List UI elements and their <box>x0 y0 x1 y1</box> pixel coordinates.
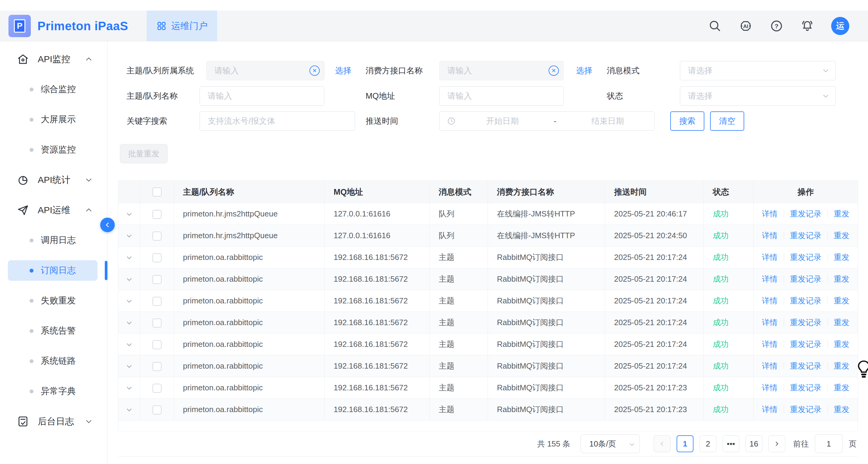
sidebar-item-big-screen[interactable]: 大屏展示 <box>0 104 107 135</box>
sidebar-item-system-link[interactable]: 系统链路 <box>0 346 107 376</box>
consumer-select-link[interactable]: 选择 <box>576 65 592 76</box>
batch-resend-button[interactable]: 批量重发 <box>120 144 167 163</box>
row-checkbox[interactable] <box>152 340 161 349</box>
row-expand-icon[interactable] <box>125 276 133 283</box>
resend-log-link[interactable]: 重发记录 <box>790 318 822 327</box>
user-avatar[interactable]: 运 <box>831 17 849 35</box>
detail-link[interactable]: 详情 <box>762 405 778 414</box>
row-checkbox[interactable] <box>152 405 161 414</box>
page-ellipsis[interactable]: ••• <box>722 435 739 452</box>
search-button[interactable]: 搜索 <box>670 112 704 131</box>
system-input[interactable] <box>206 61 324 80</box>
status-select[interactable]: 请选择 <box>680 86 836 106</box>
sidebar-item-api-monitor[interactable]: API监控 <box>0 44 107 74</box>
detail-link[interactable]: 详情 <box>762 296 778 305</box>
resend-link[interactable]: 重发 <box>834 274 849 283</box>
detail-link[interactable]: 详情 <box>762 274 778 283</box>
row-expand-icon[interactable] <box>125 254 133 262</box>
page-button-1[interactable]: 1 <box>677 435 693 452</box>
sidebar-item-resource-monitor[interactable]: 资源监控 <box>0 135 107 165</box>
sidebar-collapse-button[interactable] <box>100 218 115 232</box>
select-all-checkbox[interactable] <box>152 187 161 196</box>
resend-link[interactable]: 重发 <box>834 383 849 392</box>
clear-circle-icon[interactable]: ✕ <box>549 65 559 76</box>
system-select-link[interactable]: 选择 <box>335 65 351 76</box>
svg-text:?: ? <box>775 23 779 30</box>
resend-log-link[interactable]: 重发记录 <box>790 405 822 414</box>
resend-link[interactable]: 重发 <box>834 209 849 218</box>
sidebar-item-exception-dictionary[interactable]: 异常字典 <box>0 376 107 406</box>
resend-log-link[interactable]: 重发记录 <box>790 296 822 305</box>
page-size-select[interactable]: 10条/页 <box>581 434 640 453</box>
sidebar-item-subscription-log[interactable]: 订阅日志 <box>0 255 107 286</box>
page-button-2[interactable]: 2 <box>700 435 716 452</box>
start-date-placeholder[interactable]: 开始日期 <box>456 116 549 126</box>
clear-button[interactable]: 清空 <box>710 112 744 131</box>
row-checkbox[interactable] <box>152 210 161 219</box>
row-expand-icon[interactable] <box>125 384 133 392</box>
notification-bell-icon[interactable] <box>800 19 814 33</box>
detail-link[interactable]: 详情 <box>762 209 778 218</box>
ai-assistant-icon[interactable]: AI <box>739 19 753 33</box>
sidebar-item-backend-log[interactable]: 后台日志 <box>0 406 107 436</box>
cell-topic: primeton.oa.rabbittopic <box>174 355 324 377</box>
detail-link[interactable]: 详情 <box>762 361 778 370</box>
sidebar-item-api-statistics[interactable]: API统计 <box>0 165 107 195</box>
resend-log-link[interactable]: 重发记录 <box>790 253 822 262</box>
row-checkbox[interactable] <box>152 362 161 371</box>
detail-link[interactable]: 详情 <box>762 231 778 240</box>
resend-link[interactable]: 重发 <box>834 253 849 262</box>
resend-log-link[interactable]: 重发记录 <box>790 274 822 283</box>
sidebar-item-system-alert[interactable]: 系统告警 <box>0 316 107 346</box>
consumer-input[interactable] <box>439 61 564 80</box>
resend-log-link[interactable]: 重发记录 <box>790 340 822 349</box>
resend-log-link[interactable]: 重发记录 <box>790 383 822 392</box>
row-checkbox[interactable] <box>152 318 161 328</box>
row-expand-icon[interactable] <box>125 406 133 414</box>
tab-ops-portal[interactable]: 运维门户 <box>147 10 217 41</box>
row-checkbox[interactable] <box>152 297 161 306</box>
sidebar-item-failed-resend[interactable]: 失败重发 <box>0 286 107 316</box>
resend-link[interactable]: 重发 <box>834 296 849 305</box>
row-expand-icon[interactable] <box>125 363 133 370</box>
end-date-placeholder[interactable]: 结束日期 <box>561 116 655 126</box>
mq-address-input[interactable] <box>439 86 564 106</box>
sidebar-item-overall-monitor[interactable]: 综合监控 <box>0 74 107 104</box>
row-checkbox[interactable] <box>152 384 161 393</box>
detail-link[interactable]: 详情 <box>762 253 778 262</box>
sidebar-item-api-operations[interactable]: API运维 <box>0 195 107 225</box>
message-mode-select[interactable]: 请选择 <box>680 61 836 80</box>
help-icon[interactable]: ? <box>770 19 783 33</box>
row-expand-icon[interactable] <box>125 297 133 305</box>
keyword-input[interactable] <box>199 112 355 131</box>
prev-page-button[interactable] <box>654 435 671 452</box>
page-button-16[interactable]: 16 <box>745 435 762 452</box>
clear-circle-icon[interactable]: ✕ <box>309 65 320 76</box>
goto-page-input[interactable] <box>815 434 843 453</box>
resend-link[interactable]: 重发 <box>834 361 849 370</box>
row-expand-icon[interactable] <box>125 232 133 240</box>
resend-log-link[interactable]: 重发记录 <box>790 361 822 370</box>
detail-link[interactable]: 详情 <box>762 383 778 392</box>
resend-log-link[interactable]: 重发记录 <box>790 231 822 240</box>
sidebar-item-call-log[interactable]: 调用日志 <box>0 225 107 255</box>
row-expand-icon[interactable] <box>125 341 133 349</box>
row-expand-icon[interactable] <box>125 210 133 218</box>
cell-time: 2025-05-21 20:17:24 <box>605 334 704 355</box>
detail-link[interactable]: 详情 <box>762 318 778 327</box>
row-expand-icon[interactable] <box>125 319 133 327</box>
search-icon[interactable] <box>708 19 722 33</box>
next-page-button[interactable] <box>768 435 785 452</box>
row-checkbox[interactable] <box>152 231 161 241</box>
row-checkbox[interactable] <box>152 275 161 284</box>
resend-log-link[interactable]: 重发记录 <box>790 209 822 218</box>
topic-name-input[interactable] <box>199 86 324 106</box>
resend-link[interactable]: 重发 <box>834 340 849 349</box>
lightbulb-icon[interactable] <box>857 360 868 380</box>
row-checkbox[interactable] <box>152 253 161 262</box>
resend-link[interactable]: 重发 <box>834 318 849 327</box>
detail-link[interactable]: 详情 <box>762 340 778 349</box>
push-time-range-picker[interactable]: 开始日期 - 结束日期 <box>439 112 655 131</box>
resend-link[interactable]: 重发 <box>834 405 849 414</box>
resend-link[interactable]: 重发 <box>834 231 849 240</box>
